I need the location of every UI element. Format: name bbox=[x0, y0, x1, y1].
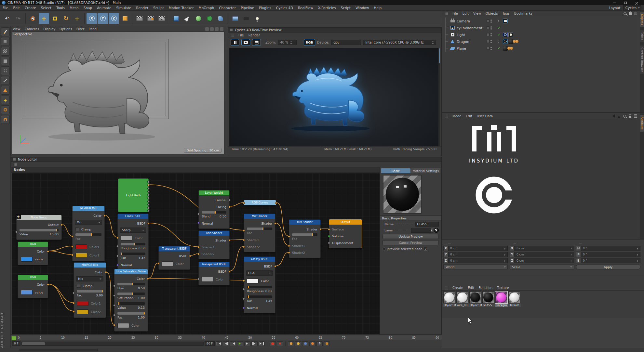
lock-z-axis-button[interactable]: Z bbox=[109, 13, 119, 24]
render-view-button[interactable] bbox=[134, 13, 145, 24]
zoom-view-icon[interactable] bbox=[210, 27, 214, 31]
enable-axis-button[interactable]: + bbox=[1, 96, 10, 104]
mat-menu-texture[interactable]: Texture bbox=[497, 286, 509, 290]
model-mode-button[interactable] bbox=[1, 37, 10, 46]
color-port[interactable] bbox=[243, 280, 245, 282]
add-primitive-button[interactable] bbox=[171, 13, 181, 24]
zoom-value-field[interactable]: 40 % bbox=[278, 40, 297, 45]
end-frame-field[interactable]: 90 F bbox=[205, 341, 215, 346]
color-port[interactable] bbox=[116, 237, 119, 239]
viewport-canvas[interactable]: Perspective Grid bbox=[12, 32, 224, 154]
panel-grip-icon[interactable] bbox=[231, 33, 234, 37]
object-row-dragon[interactable]: Dragon : bbox=[444, 38, 644, 45]
modeling-objects-button[interactable] bbox=[204, 13, 215, 24]
panel-grip-icon[interactable] bbox=[445, 12, 448, 15]
menu-plugins[interactable]: Plugins bbox=[259, 6, 271, 10]
timeline-ruler[interactable]: 0510 152025 303540 455055 606570 758085 … bbox=[11, 335, 442, 340]
visibility-toggle[interactable] bbox=[487, 40, 498, 43]
texture-mode-button[interactable] bbox=[1, 47, 10, 56]
minimize-button[interactable] bbox=[609, 0, 620, 5]
menu-character[interactable]: Character bbox=[219, 6, 236, 10]
snap-button[interactable] bbox=[1, 115, 10, 124]
distribution-dropdown[interactable]: Sharp bbox=[120, 228, 146, 233]
pan-view-icon[interactable] bbox=[205, 27, 209, 31]
preview-selected-checkbox[interactable]: ✓ bbox=[424, 247, 427, 251]
node-add-shader[interactable]: Add Shader Shader Shader1 Shader2 bbox=[198, 230, 230, 259]
close-button[interactable] bbox=[631, 0, 642, 5]
preview-scrollbar[interactable] bbox=[438, 48, 440, 146]
cycles-tag-icon[interactable] bbox=[516, 40, 518, 43]
menu-help[interactable]: Help bbox=[374, 6, 382, 10]
toggle-view-icon[interactable] bbox=[220, 27, 223, 31]
facing-port[interactable] bbox=[228, 206, 231, 208]
output-port[interactable] bbox=[274, 265, 276, 267]
material-tag-icon[interactable] bbox=[503, 46, 508, 51]
am-menu-edit[interactable]: Edit bbox=[466, 114, 472, 118]
material-swatch[interactable]: wire_08 bbox=[456, 292, 469, 307]
output-port[interactable] bbox=[189, 255, 191, 257]
visibility-toggle[interactable] bbox=[487, 26, 498, 30]
tab-attribute[interactable]: Attribute bbox=[640, 115, 644, 132]
menu-mograph[interactable]: MoGraph bbox=[199, 6, 214, 10]
menu-tools[interactable]: Tools bbox=[56, 6, 65, 10]
output-port[interactable] bbox=[228, 239, 231, 241]
play-button[interactable] bbox=[237, 341, 243, 346]
mat-menu-edit[interactable]: Edit bbox=[468, 286, 474, 290]
record-position-button[interactable] bbox=[288, 341, 294, 346]
rgb-channel-button[interactable]: RGB bbox=[304, 39, 315, 46]
workplane-mode-button[interactable] bbox=[1, 57, 10, 65]
rotate-view-icon[interactable] bbox=[215, 27, 219, 31]
output-port[interactable] bbox=[147, 184, 150, 186]
target-tag-icon[interactable] bbox=[503, 32, 508, 37]
node-rgb-curves[interactable]: RGB Curves bbox=[244, 200, 276, 205]
node-rgb[interactable]: RGB Color value bbox=[18, 275, 48, 298]
om-menu-objects[interactable]: Objects bbox=[486, 12, 498, 15]
viewport-menu-view[interactable]: View bbox=[13, 27, 20, 31]
visibility-toggle[interactable] bbox=[487, 33, 498, 36]
om-menu-view[interactable]: View bbox=[473, 12, 481, 15]
normal-port[interactable] bbox=[116, 264, 119, 266]
color1-port[interactable] bbox=[73, 302, 75, 304]
apply-button[interactable]: Apply bbox=[576, 264, 640, 269]
material-swatch[interactable]: Object M bbox=[469, 292, 482, 307]
previous-frame-button[interactable] bbox=[230, 341, 236, 346]
panel-grip-icon[interactable] bbox=[443, 241, 447, 245]
zoom-stepper[interactable] bbox=[290, 40, 292, 45]
panel-grip-icon[interactable] bbox=[445, 114, 448, 118]
object-row-light[interactable]: Light ✓ bbox=[444, 31, 644, 38]
layer-dropdown-arrow[interactable] bbox=[430, 228, 433, 233]
undo-button[interactable]: ↶ bbox=[2, 13, 12, 24]
render-settings-button[interactable] bbox=[156, 13, 167, 24]
output-port[interactable] bbox=[105, 271, 107, 273]
environment-button[interactable] bbox=[230, 13, 240, 24]
distribution-dropdown[interactable]: GGX bbox=[246, 270, 273, 276]
shader2-port[interactable] bbox=[243, 246, 245, 248]
value-port[interactable] bbox=[113, 304, 115, 306]
panel-options-icon[interactable] bbox=[634, 114, 637, 118]
clamp-checkbox[interactable] bbox=[77, 284, 80, 288]
color-port[interactable] bbox=[113, 324, 115, 326]
viewport-menu-display[interactable]: Display bbox=[43, 27, 55, 31]
am-menu-userdata[interactable]: User Data bbox=[477, 114, 493, 118]
history-back-icon[interactable] bbox=[611, 114, 615, 118]
record-rotation-button[interactable] bbox=[302, 341, 308, 346]
input-port[interactable] bbox=[15, 231, 18, 233]
shader1-port[interactable] bbox=[197, 246, 200, 248]
record-button[interactable] bbox=[270, 341, 276, 346]
expand-group-button[interactable]: + bbox=[16, 214, 21, 219]
blend-port[interactable] bbox=[197, 213, 200, 215]
menu-pipeline[interactable]: Pipeline bbox=[241, 6, 254, 10]
node-mix-shader[interactable]: Mix Shader Shader Fac Shader1 Shader2 bbox=[289, 219, 321, 258]
output-port[interactable] bbox=[103, 215, 106, 217]
lock-icon[interactable] bbox=[629, 116, 631, 118]
node-transparent-bsdf[interactable]: Transparent BSDF BSDF Color bbox=[158, 246, 190, 270]
snapshot-button[interactable] bbox=[241, 39, 250, 46]
light-object-button[interactable] bbox=[252, 13, 262, 24]
live-selection-button[interactable] bbox=[28, 13, 38, 24]
output-port[interactable] bbox=[228, 270, 231, 273]
save-image-button[interactable] bbox=[252, 39, 261, 46]
fac-port[interactable] bbox=[243, 229, 245, 232]
enabled-check-icon[interactable]: ✓ bbox=[498, 46, 503, 50]
output-port[interactable] bbox=[147, 222, 150, 225]
output-port[interactable] bbox=[275, 202, 277, 204]
